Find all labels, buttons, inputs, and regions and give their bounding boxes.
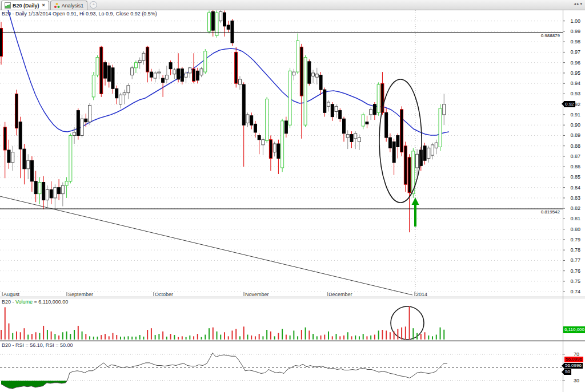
rsi-value-tag: 56.0996 bbox=[564, 363, 583, 369]
rsi-axis-label: 30 bbox=[563, 378, 579, 383]
price-axis-label: 0.93 bbox=[563, 91, 580, 96]
price-axis-label: 0.97 bbox=[563, 49, 580, 55]
rsi-value-tag: 50 bbox=[564, 369, 571, 375]
new-tab-button[interactable]: + bbox=[90, 1, 97, 9]
last-price-tag: 0.92 bbox=[564, 101, 575, 107]
level-label: 0.819542 bbox=[514, 209, 560, 215]
price-axis-label: 0.79 bbox=[563, 237, 580, 243]
price-axis-label: 0.77 bbox=[563, 257, 580, 263]
analysis-icon bbox=[54, 2, 60, 9]
price-axis-label: 0.80 bbox=[563, 227, 580, 232]
price-axis-label: 0.86 bbox=[563, 164, 580, 169]
price-axis-label: 0.85 bbox=[563, 174, 580, 180]
tab-bar: B20 (Daily) × Analysis1 + ◂▸▾ bbox=[0, 0, 585, 10]
month-label: November bbox=[245, 292, 269, 297]
tab-scroll-controls: ◂▸▾ bbox=[574, 2, 583, 6]
month-label: August bbox=[3, 292, 19, 297]
price-axis-label: 0.90 bbox=[563, 122, 580, 128]
volume-value-tag: 6,110,000 bbox=[563, 326, 585, 333]
level-label: 0.988879 bbox=[514, 33, 560, 39]
tab-b20-daily[interactable]: B20 (Daily) × bbox=[1, 1, 49, 10]
price-axis-label: 0.84 bbox=[563, 185, 580, 191]
price-axis-label: 0.96 bbox=[563, 60, 580, 66]
price-axis-label: 0.99 bbox=[563, 29, 580, 34]
price-axis-label: 0.87 bbox=[563, 153, 580, 159]
month-label: September bbox=[68, 292, 93, 297]
month-label: October bbox=[155, 292, 173, 297]
rsi-value-tag: 56.0996 bbox=[564, 357, 583, 362]
close-icon[interactable]: × bbox=[42, 3, 45, 8]
chart-icon bbox=[5, 2, 11, 9]
volume-header: B20 - Volume = 6,110,000.00 bbox=[2, 299, 68, 305]
tab-analysis1[interactable]: Analysis1 bbox=[50, 1, 88, 10]
price-axis-label: 1.00 bbox=[563, 18, 580, 24]
volume-indicator-name: Volume bbox=[15, 299, 33, 305]
price-axis-label: 0.82 bbox=[563, 205, 580, 211]
axis-labels-layer: 0.740.750.760.770.780.790.800.810.820.83… bbox=[0, 0, 585, 392]
price-axis-label: 0.95 bbox=[563, 70, 580, 76]
price-axis-label: 0.94 bbox=[563, 80, 580, 86]
tab-menu-icon[interactable]: ▾ bbox=[580, 2, 583, 6]
price-axis-label: 0.76 bbox=[563, 268, 580, 274]
price-axis-label: 0.91 bbox=[563, 112, 580, 118]
price-axis-label: 0.74 bbox=[563, 289, 580, 294]
month-label: 2014 bbox=[416, 292, 427, 297]
tab-label: B20 (Daily) bbox=[13, 3, 39, 9]
price-axis-label: 0.88 bbox=[563, 143, 580, 149]
price-axis-label: 0.89 bbox=[563, 132, 580, 138]
price-axis-label: 0.81 bbox=[563, 216, 580, 221]
tab-label: Analysis1 bbox=[62, 3, 84, 9]
month-label: December bbox=[328, 292, 352, 297]
price-axis-label: 0.83 bbox=[563, 195, 580, 201]
price-axis-label: 0.78 bbox=[563, 247, 580, 253]
chart-window: B20 (Daily) × Analysis1 + ◂▸▾ B20 - Dail… bbox=[0, 0, 585, 392]
chart-title: B20 - Daily 1/13/2014 Open 0.91, Hi 0.93… bbox=[2, 11, 157, 17]
price-axis-label: 0.75 bbox=[563, 278, 580, 284]
rsi-header: B20 - RSI = 56.10, RSI = 50.00 bbox=[2, 342, 73, 348]
price-axis-label: 0.98 bbox=[563, 39, 580, 45]
